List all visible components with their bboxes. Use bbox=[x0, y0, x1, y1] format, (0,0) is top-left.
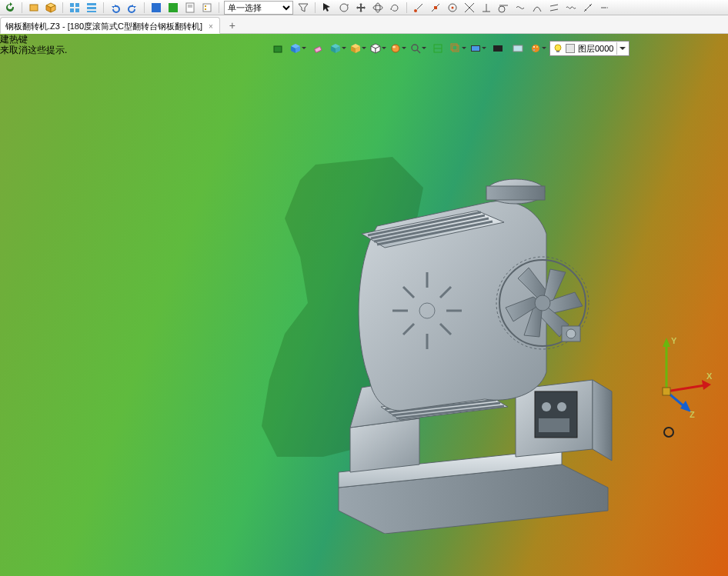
layer-selector[interactable]: 图层0000 bbox=[549, 41, 629, 56]
svg-rect-113 bbox=[663, 388, 670, 395]
snap-center-icon[interactable] bbox=[446, 2, 459, 14]
coordinate-triad: Y X Z bbox=[643, 330, 713, 415]
svg-point-20 bbox=[373, 5, 382, 10]
svg-rect-17 bbox=[205, 5, 206, 7]
svg-point-34 bbox=[585, 9, 586, 11]
svg-point-22 bbox=[414, 9, 417, 12]
pan-icon[interactable] bbox=[354, 2, 368, 14]
rotate-view-icon[interactable] bbox=[337, 2, 351, 14]
redo-icon[interactable] bbox=[125, 2, 139, 14]
section-view-icon[interactable] bbox=[429, 41, 446, 56]
gold-cube-icon[interactable] bbox=[349, 41, 366, 56]
snap-endpoint-icon[interactable] bbox=[412, 2, 426, 14]
light-swatch-icon[interactable] bbox=[509, 41, 526, 56]
snap-quad-icon[interactable] bbox=[530, 2, 544, 14]
svg-rect-24 bbox=[434, 6, 437, 9]
svg-point-53 bbox=[392, 46, 396, 48]
undo-icon[interactable] bbox=[109, 2, 122, 14]
view-front-icon[interactable] bbox=[27, 2, 41, 14]
wireframe-cube-icon[interactable] bbox=[369, 41, 386, 56]
svg-rect-0 bbox=[30, 5, 38, 11]
svg-rect-6 bbox=[70, 8, 74, 12]
color-green-icon[interactable] bbox=[166, 2, 180, 14]
svg-rect-10 bbox=[87, 11, 96, 12]
svg-marker-110 bbox=[702, 380, 711, 390]
svg-rect-63 bbox=[513, 45, 523, 52]
snap-extension-icon[interactable] bbox=[598, 2, 612, 14]
layer-color-swatch bbox=[566, 44, 575, 53]
svg-rect-12 bbox=[169, 3, 178, 12]
svg-rect-5 bbox=[75, 3, 79, 7]
dark-swatch-icon[interactable] bbox=[489, 41, 506, 56]
snap-intersection-icon[interactable] bbox=[463, 2, 476, 14]
svg-point-64 bbox=[532, 45, 539, 52]
svg-rect-42 bbox=[315, 46, 322, 52]
svg-line-23 bbox=[417, 4, 422, 9]
svg-rect-69 bbox=[556, 51, 559, 52]
svg-rect-18 bbox=[205, 8, 206, 10]
svg-line-55 bbox=[417, 50, 420, 53]
color-blue-icon[interactable] bbox=[149, 2, 163, 14]
grid-small-icon[interactable] bbox=[68, 2, 82, 14]
svg-point-19 bbox=[340, 4, 348, 12]
snap-parallel-icon[interactable] bbox=[547, 2, 561, 14]
document-tab-label: 钢板翻转机.Z3 - [180度滚筒式C型翻转台钢板翻转机] bbox=[5, 21, 202, 32]
svg-point-26 bbox=[452, 6, 454, 8]
svg-marker-108 bbox=[663, 338, 670, 347]
view-iso-icon[interactable] bbox=[44, 2, 58, 14]
model-body-svg bbox=[308, 149, 616, 534]
svg-rect-80 bbox=[539, 418, 569, 432]
close-icon[interactable]: × bbox=[207, 22, 215, 31]
document-tab-active[interactable]: 钢板翻转机.Z3 - [180度滚筒式C型翻转台钢板翻转机] × bbox=[0, 17, 220, 34]
offset-section-icon[interactable] bbox=[449, 41, 466, 56]
new-tab-button[interactable]: + bbox=[223, 18, 242, 33]
svg-point-106 bbox=[566, 329, 576, 338]
orbit-icon[interactable] bbox=[371, 2, 385, 14]
main-toolbar: 单一选择 bbox=[0, 0, 728, 15]
svg-point-67 bbox=[533, 49, 535, 51]
document-page-icon[interactable] bbox=[183, 2, 197, 14]
spin-icon[interactable] bbox=[388, 2, 402, 14]
svg-point-66 bbox=[536, 46, 538, 48]
snap-tangent-icon[interactable] bbox=[496, 2, 510, 14]
svg-rect-8 bbox=[87, 3, 96, 5]
svg-point-68 bbox=[555, 45, 561, 51]
snap-perp-icon[interactable] bbox=[479, 2, 493, 14]
select-mode-dropdown[interactable]: 单一选择 bbox=[224, 1, 293, 15]
view-center-indicator bbox=[663, 427, 674, 438]
svg-rect-16 bbox=[203, 4, 211, 12]
view-toolbar: 图层0000 bbox=[269, 40, 629, 57]
viewport-3d[interactable]: 建热键 来取消这些提示. 图层0000 bbox=[0, 34, 728, 576]
chevron-down-icon[interactable] bbox=[616, 42, 627, 55]
svg-point-78 bbox=[542, 402, 551, 411]
eraser-icon[interactable] bbox=[309, 41, 326, 56]
zoom-fit-icon[interactable] bbox=[409, 41, 426, 56]
refresh-icon[interactable] bbox=[3, 2, 17, 14]
svg-rect-9 bbox=[87, 7, 96, 9]
bulb-icon bbox=[553, 44, 563, 53]
grid-stack-icon[interactable] bbox=[85, 2, 99, 14]
svg-line-109 bbox=[666, 385, 705, 391]
page-list-icon[interactable] bbox=[200, 2, 214, 14]
snap-midpoint-icon[interactable] bbox=[429, 2, 442, 14]
svg-rect-104 bbox=[486, 186, 545, 200]
snap-wave-icon[interactable] bbox=[564, 2, 578, 14]
svg-line-31 bbox=[550, 5, 558, 6]
snap-node-icon[interactable] bbox=[581, 2, 595, 14]
snap-near-icon[interactable] bbox=[513, 2, 527, 14]
plane-xy-icon[interactable] bbox=[269, 41, 286, 56]
svg-rect-59 bbox=[451, 44, 457, 50]
shaded-cube-icon[interactable] bbox=[329, 41, 346, 56]
isometric-cube-icon[interactable] bbox=[289, 41, 306, 56]
axis-y-label: Y bbox=[671, 336, 677, 345]
appearance-icon[interactable] bbox=[529, 41, 546, 56]
svg-point-102 bbox=[535, 295, 550, 311]
pointer-icon[interactable] bbox=[320, 2, 334, 14]
hotkey-tip-overlay: 建热键 来取消这些提示. bbox=[0, 34, 67, 55]
svg-marker-76 bbox=[593, 380, 612, 461]
filter-icon[interactable] bbox=[296, 2, 310, 14]
svg-point-35 bbox=[589, 5, 591, 6]
display-mode-icon[interactable] bbox=[469, 41, 486, 56]
axis-z-label: Z bbox=[690, 410, 695, 419]
sphere-icon[interactable] bbox=[389, 41, 406, 56]
